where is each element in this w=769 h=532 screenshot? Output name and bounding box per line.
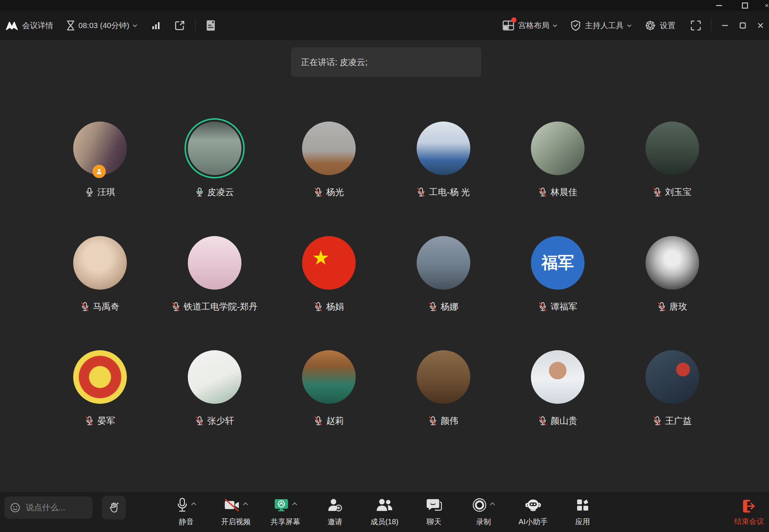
participant-tile[interactable]: 张少轩 [157,350,272,465]
hourglass-icon [66,20,75,31]
outer-minimize-icon[interactable] [713,0,725,12]
toolbar-button-chat-bubble[interactable]: 聊天 [419,498,450,527]
participant-avatar[interactable] [302,122,356,175]
participant-avatar[interactable] [646,122,699,175]
mic-status-icon [195,187,204,197]
meeting-details-button[interactable]: 会议详情 [22,20,53,31]
tool-chevron-up-icon[interactable] [243,501,248,504]
participant-avatar[interactable] [302,350,356,404]
raise-hand-button[interactable] [102,496,126,519]
toolbar-button-person-add[interactable]: 邀请 [319,498,350,527]
timer-chevron-down-icon[interactable] [132,23,138,28]
app-close-icon[interactable] [754,19,767,32]
mic-status-icon [428,416,437,426]
participant-name: 颜山贵 [551,415,577,427]
quick-chat-field[interactable] [4,497,92,519]
participant-name: 赵莉 [326,415,344,427]
participant-name: 谭福军 [551,301,577,313]
participant-tile[interactable]: 颜伟 [386,350,501,465]
grid-layout-button[interactable]: 宫格布局 [518,20,549,31]
meeting-timer: 08:03 (40分钟) [78,20,129,31]
host-tools-chevron-down-icon[interactable] [627,23,632,28]
participant-name: 铁道工电学院-郑丹 [184,301,258,313]
mic-status-icon [85,187,94,197]
participant-grid: 汪琪 皮凌云 [43,122,729,465]
participant-name: 工电-杨 光 [429,186,470,198]
participant-avatar[interactable] [531,350,585,404]
participant-avatar[interactable] [188,122,241,175]
participant-name: 唐玫 [670,301,687,313]
toolbar-button-apps[interactable]: 应用 [567,498,598,527]
toolbar-button-microphone[interactable]: 静音 [171,498,202,527]
host-badge-icon [92,165,106,178]
outer-close-icon[interactable] [765,0,769,12]
outer-maximize-icon[interactable] [739,0,751,12]
participant-tile[interactable]: 工电-杨 光 [386,122,501,236]
camera-off-icon [223,498,240,514]
participant-avatar[interactable]: ★ [302,236,356,290]
app-minimize-icon[interactable] [719,19,731,32]
meeting-notes-icon[interactable] [205,20,216,31]
toolbar-button-label: 应用 [575,517,590,527]
participant-avatar[interactable]: 福军 [531,236,585,290]
participant-tile[interactable]: 颜山贵 [501,350,615,465]
participant-avatar[interactable] [188,350,241,404]
chat-input[interactable] [25,502,87,513]
toolbar-button-screen-share[interactable]: 共享屏幕 [270,498,301,527]
participant-tile[interactable]: 铁道工电学院-郑丹 [157,236,272,351]
mic-status-icon [172,302,180,311]
participant-avatar[interactable] [188,236,241,290]
participant-tile[interactable]: 汪琪 [43,122,157,236]
share-window-icon[interactable] [174,20,186,31]
smiley-icon[interactable] [10,502,21,513]
participant-tile[interactable]: 晏军 [43,350,157,465]
participant-avatar[interactable] [73,236,127,290]
participant-avatar[interactable] [417,236,470,290]
participant-tile[interactable]: 王广益 [615,350,730,465]
participant-avatar[interactable] [646,236,699,290]
participant-tile[interactable]: 刘玉宝 [615,122,730,236]
participant-tile[interactable]: 皮凌云 [157,122,272,236]
tool-chevron-up-icon[interactable] [489,501,495,504]
participant-tile[interactable]: 杨娜 [386,236,501,351]
mic-status-icon [85,416,94,426]
tool-chevron-up-icon[interactable] [292,501,298,504]
shield-check-icon [570,20,581,31]
mic-status-icon [417,187,426,197]
toolbar-button-camera-off[interactable]: 开启视频 [220,498,251,527]
fullscreen-icon[interactable] [690,20,701,31]
toolbar-button-record[interactable]: 录制 [468,498,499,527]
outer-window-strip [0,0,769,11]
mic-status-icon [538,416,547,426]
toolbar-button-robot[interactable]: AI小助手 [518,498,549,527]
participant-name: 马禹奇 [93,301,119,313]
participant-tile[interactable]: 福军 谭福军 [501,236,615,351]
participant-name: 杨光 [326,186,344,198]
participant-name: 张少轩 [207,415,234,427]
network-signal-icon[interactable] [151,20,161,31]
settings-button[interactable]: 设置 [660,20,675,31]
screen-share-icon [273,498,289,514]
participant-avatar[interactable] [646,350,699,404]
participant-avatar[interactable] [417,350,470,404]
toolbar-button-people[interactable]: 成员(18) [369,498,400,527]
tool-chevron-up-icon[interactable] [191,501,197,504]
participant-tile[interactable]: 唐玫 [615,236,730,351]
participant-avatar[interactable] [531,122,585,175]
person-add-icon [327,498,343,514]
participant-tile[interactable]: ★ 杨娟 [272,236,386,351]
participant-tile[interactable]: 赵莉 [272,350,386,465]
toolbar-button-label: 邀请 [328,517,342,527]
participant-name: 颜伟 [441,415,458,427]
layout-chevron-down-icon[interactable] [552,23,558,28]
host-tools-button[interactable]: 主持人工具 [585,20,624,31]
participant-avatar[interactable] [73,350,127,404]
avatar-text: 福军 [542,255,574,271]
participant-tile[interactable]: 杨光 [272,122,386,236]
participant-tile[interactable]: 林晨佳 [501,122,615,236]
grid-layout-icon[interactable] [502,20,515,31]
end-meeting-button[interactable]: 结束会议 [734,492,764,532]
app-maximize-icon[interactable] [736,19,749,32]
participant-tile[interactable]: 马禹奇 [43,236,157,351]
participant-avatar[interactable] [417,122,470,175]
